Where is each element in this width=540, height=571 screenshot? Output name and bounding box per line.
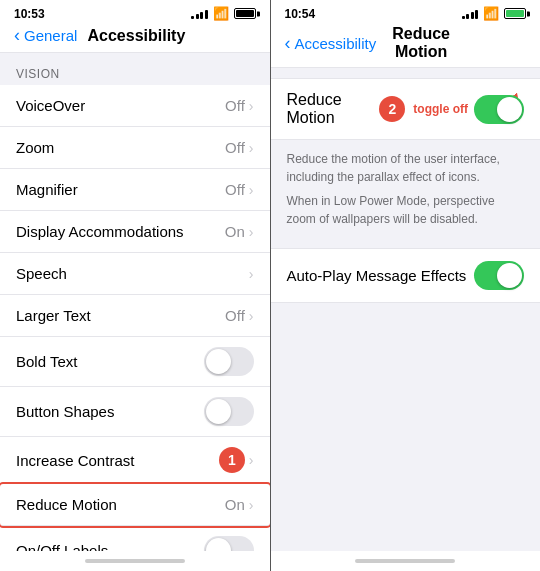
chevron-icon: › [249, 497, 254, 513]
zoom-item[interactable]: Zoom Off › [0, 127, 270, 169]
magnifier-item[interactable]: Magnifier Off › [0, 169, 270, 211]
battery-icon [234, 8, 256, 19]
bold-text-label: Bold Text [16, 353, 204, 370]
larger-text-label: Larger Text [16, 307, 225, 324]
section-header-vision: VISION [0, 53, 270, 85]
onoff-labels-label: On/Off Labels [16, 542, 204, 551]
magnifier-value: Off [225, 181, 245, 198]
back-button-left[interactable]: ‹ General [14, 25, 77, 46]
chevron-icon: › [249, 266, 254, 282]
vision-group: VoiceOver Off › Zoom Off › Magnifier Off… [0, 85, 270, 551]
voiceover-item[interactable]: VoiceOver Off › [0, 85, 270, 127]
status-bar-right: 10:54 📶 [271, 0, 541, 23]
toggle-off-annotation: toggle off [413, 102, 468, 116]
display-accom-item[interactable]: Display Accommodations On › [0, 211, 270, 253]
reduce-motion-value: On [225, 496, 245, 513]
auto-play-toggle[interactable] [474, 261, 524, 290]
home-bar-right [355, 559, 455, 563]
reduce-motion-desc1: Reduce the motion of the user interface,… [271, 140, 541, 192]
bold-text-item[interactable]: Bold Text [0, 337, 270, 387]
magnifier-label: Magnifier [16, 181, 225, 198]
status-icons-right: 📶 [462, 6, 527, 21]
reduce-motion-toggle[interactable] [474, 95, 524, 124]
time-left: 10:53 [14, 7, 45, 21]
zoom-value: Off [225, 139, 245, 156]
chevron-icon: › [249, 182, 254, 198]
reduce-motion-main-row: Reduce Motion 2 toggle off [271, 78, 541, 140]
onoff-labels-toggle[interactable] [204, 536, 254, 551]
onoff-labels-item[interactable]: On/Off Labels [0, 526, 270, 551]
signal-icon [191, 8, 208, 19]
nav-bar-left: ‹ General Accessibility [0, 23, 270, 53]
reduce-motion-label: Reduce Motion [16, 496, 225, 513]
wifi-icon: 📶 [213, 6, 229, 21]
badge-1: 1 [219, 447, 245, 473]
nav-bar-right: ‹ Accessibility Reduce Motion [271, 23, 541, 68]
reduce-motion-item[interactable]: Reduce Motion On › [0, 484, 270, 526]
display-accom-value: On [225, 223, 245, 240]
home-indicator-right [271, 551, 541, 571]
display-accom-label: Display Accommodations [16, 223, 225, 240]
badge-2: 2 [379, 96, 405, 122]
speech-label: Speech [16, 265, 249, 282]
auto-play-label: Auto-Play Message Effects [287, 267, 475, 284]
larger-text-item[interactable]: Larger Text Off › [0, 295, 270, 337]
page-title-left: Accessibility [77, 27, 195, 45]
back-label-right: Accessibility [295, 35, 377, 52]
back-label-left: General [24, 27, 77, 44]
left-phone: 10:53 📶 ‹ General Accessibility VISION [0, 0, 270, 571]
battery-icon-right [504, 8, 526, 19]
back-button-right[interactable]: ‹ Accessibility [285, 33, 377, 54]
chevron-icon: › [249, 98, 254, 114]
auto-play-row: Auto-Play Message Effects [271, 248, 541, 303]
chevron-left-icon: ‹ [14, 25, 20, 46]
larger-text-value: Off [225, 307, 245, 324]
reduce-motion-main-label: Reduce Motion [287, 91, 380, 127]
reduce-motion-page: Reduce Motion 2 toggle off Reduce the mo… [271, 68, 541, 551]
voiceover-label: VoiceOver [16, 97, 225, 114]
chevron-icon: › [249, 452, 254, 468]
right-phone: 10:54 📶 ‹ Accessibility Reduce Motion [270, 0, 541, 571]
home-bar [85, 559, 185, 563]
increase-contrast-label: Increase Contrast [16, 452, 219, 469]
signal-icon-right [462, 8, 479, 19]
page-title-right: Reduce Motion [376, 25, 466, 61]
voiceover-value: Off [225, 97, 245, 114]
zoom-label: Zoom [16, 139, 225, 156]
settings-list: VISION VoiceOver Off › Zoom Off › Magnif… [0, 53, 270, 551]
time-right: 10:54 [285, 7, 316, 21]
increase-contrast-item[interactable]: Increase Contrast 1 › [0, 437, 270, 484]
button-shapes-item[interactable]: Button Shapes [0, 387, 270, 437]
reduce-motion-desc2: When in Low Power Mode, perspective zoom… [271, 192, 541, 238]
home-indicator-left [0, 551, 270, 571]
status-icons-left: 📶 [191, 6, 256, 21]
status-bar-left: 10:53 📶 [0, 0, 270, 23]
button-shapes-label: Button Shapes [16, 403, 204, 420]
chevron-icon: › [249, 140, 254, 156]
chevron-icon: › [249, 308, 254, 324]
chevron-icon: › [249, 224, 254, 240]
bold-text-toggle[interactable] [204, 347, 254, 376]
wifi-icon-right: 📶 [483, 6, 499, 21]
chevron-left-icon-right: ‹ [285, 33, 291, 54]
button-shapes-toggle[interactable] [204, 397, 254, 426]
speech-item[interactable]: Speech › [0, 253, 270, 295]
